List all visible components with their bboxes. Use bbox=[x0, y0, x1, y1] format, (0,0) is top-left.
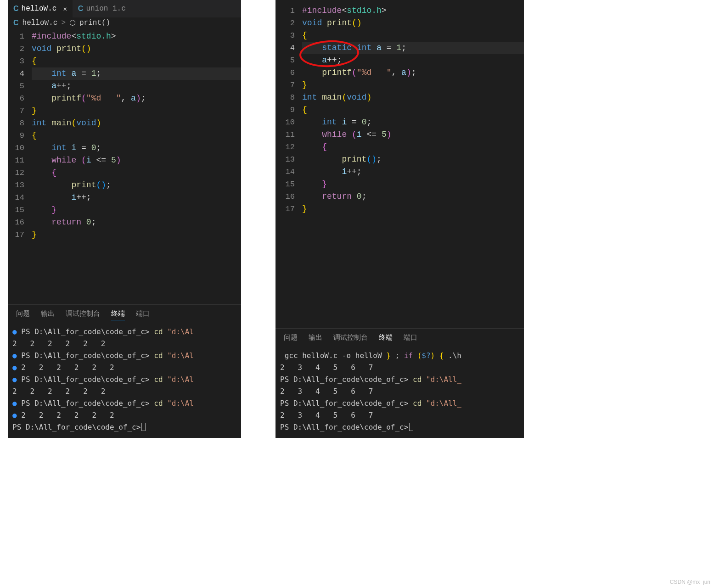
code-line[interactable]: a++; bbox=[32, 80, 241, 92]
code-line[interactable]: print(); bbox=[302, 153, 524, 166]
terminal[interactable]: ● PS D:\All_for_code\code_of_c> cd "d:\A… bbox=[8, 323, 241, 438]
code-line[interactable]: int main(void) bbox=[32, 117, 241, 129]
code-editor[interactable]: 1234567891011121314151617 #include<stdio… bbox=[8, 28, 241, 304]
line-number: 2 bbox=[275, 17, 295, 29]
code-line[interactable]: } bbox=[302, 79, 524, 91]
code-line[interactable]: { bbox=[32, 167, 241, 179]
code-line[interactable]: } bbox=[32, 204, 241, 216]
code-line[interactable]: #include<stdio.h> bbox=[32, 30, 241, 43]
line-number: 17 bbox=[8, 229, 24, 241]
tab-label: helloW.c bbox=[22, 5, 57, 13]
code-line[interactable]: } bbox=[302, 178, 524, 190]
line-number: 17 bbox=[275, 203, 295, 215]
panel-tab[interactable]: 输出 bbox=[41, 309, 55, 320]
c-file-icon: C bbox=[13, 5, 19, 13]
code-line[interactable]: a++; bbox=[302, 54, 524, 67]
terminal-line: 2 3 4 5 6 7 bbox=[280, 409, 519, 421]
terminal-line: ● 2 2 2 2 2 2 bbox=[12, 409, 236, 421]
line-number: 9 bbox=[275, 104, 295, 116]
code-area[interactable]: #include<stdio.h>void print(){ static in… bbox=[302, 5, 524, 328]
watermark: CSDN @mx_jun bbox=[670, 579, 710, 585]
line-number: 15 bbox=[275, 178, 295, 190]
code-line[interactable]: return 0; bbox=[32, 216, 241, 229]
terminal-line: PS D:\All_for_code\code_of_c> bbox=[280, 421, 519, 433]
line-number: 7 bbox=[8, 105, 24, 117]
panel-tab[interactable]: 端口 bbox=[136, 309, 150, 320]
line-number: 16 bbox=[8, 216, 24, 229]
line-number: 2 bbox=[8, 43, 24, 55]
terminal-line: PS D:\All_for_code\code_of_c> bbox=[12, 421, 236, 433]
code-line[interactable]: void print() bbox=[32, 43, 241, 55]
terminal-line: 2 3 4 5 6 7 bbox=[280, 386, 519, 398]
code-line[interactable]: return 0; bbox=[302, 190, 524, 203]
code-line[interactable]: int a = 1; bbox=[32, 67, 241, 80]
terminal-line: ● 2 2 2 2 2 2 bbox=[12, 362, 236, 374]
line-number: 4 bbox=[8, 67, 24, 80]
code-line[interactable]: while (i <= 5) bbox=[302, 129, 524, 141]
code-line[interactable]: { bbox=[302, 104, 524, 116]
panel-tab[interactable]: 输出 bbox=[309, 333, 322, 344]
line-number: 13 bbox=[275, 153, 295, 166]
panel-tab[interactable]: 问题 bbox=[284, 333, 298, 344]
code-line[interactable]: void print() bbox=[302, 17, 524, 29]
tab-bar: C helloW.c ✕ C union 1.c bbox=[8, 0, 241, 17]
code-line[interactable]: } bbox=[32, 105, 241, 117]
line-number: 3 bbox=[275, 29, 295, 42]
code-line[interactable]: static int a = 1; bbox=[302, 42, 524, 54]
code-line[interactable]: int i = 0; bbox=[302, 116, 524, 129]
code-line[interactable]: i++; bbox=[302, 166, 524, 178]
bottom-panel: 问题输出调试控制台终端端口 ● PS D:\All_for_code\code_… bbox=[8, 304, 241, 438]
terminal-line: PS D:\All_for_code\code_of_c> cd "d:\All… bbox=[280, 398, 519, 409]
c-file-icon: C bbox=[78, 5, 84, 13]
line-gutter: 1234567891011121314151617 bbox=[275, 5, 302, 328]
line-number: 1 bbox=[275, 5, 295, 17]
code-line[interactable]: } bbox=[302, 203, 524, 215]
tab-label: union 1.c bbox=[86, 5, 125, 13]
code-line[interactable]: { bbox=[302, 141, 524, 153]
code-line[interactable]: { bbox=[32, 55, 241, 67]
breadcrumb[interactable]: C helloW.c > ⬡ print() bbox=[8, 17, 241, 28]
panel-tab[interactable]: 调试控制台 bbox=[333, 333, 368, 344]
code-line[interactable]: } bbox=[32, 229, 241, 241]
code-line[interactable]: { bbox=[32, 129, 241, 142]
terminal-line: ● PS D:\All_for_code\code_of_c> cd "d:\A… bbox=[12, 374, 236, 386]
line-number: 11 bbox=[275, 129, 295, 141]
editor-pane-left: C helloW.c ✕ C union 1.c C helloW.c > ⬡ … bbox=[8, 0, 241, 438]
code-editor[interactable]: 1234567891011121314151617 #include<stdio… bbox=[275, 0, 524, 328]
panel-tab[interactable]: 问题 bbox=[16, 309, 30, 320]
terminal[interactable]: gcc helloW.c -o helloW } ; if ($?) { .\h… bbox=[275, 347, 524, 438]
code-line[interactable]: printf("%d ", a); bbox=[32, 92, 241, 105]
close-icon[interactable]: ✕ bbox=[63, 5, 67, 13]
panel-tab[interactable]: 终端 bbox=[111, 309, 125, 320]
terminal-line: ● PS D:\All_for_code\code_of_c> cd "d:\A… bbox=[12, 326, 236, 338]
cursor-icon bbox=[141, 423, 146, 431]
code-line[interactable]: print(); bbox=[32, 179, 241, 191]
code-line[interactable]: { bbox=[302, 29, 524, 42]
panel-tab[interactable]: 端口 bbox=[404, 333, 417, 344]
tab-inactive[interactable]: C union 1.c bbox=[73, 0, 131, 17]
terminal-line: 2 2 2 2 2 2 bbox=[12, 338, 236, 350]
terminal-line: gcc helloW.c -o helloW } ; if ($?) { .\h bbox=[280, 350, 519, 362]
code-line[interactable]: printf("%d ", a); bbox=[302, 67, 524, 79]
tab-active[interactable]: C helloW.c ✕ bbox=[8, 0, 73, 17]
panel-tabs: 问题输出调试控制台终端端口 bbox=[8, 305, 241, 323]
panel-tab[interactable]: 终端 bbox=[379, 333, 393, 344]
code-area[interactable]: #include<stdio.h>void print(){ int a = 1… bbox=[32, 30, 241, 304]
bottom-panel: 问题输出调试控制台终端端口 gcc helloW.c -o helloW } ;… bbox=[275, 328, 524, 438]
terminal-line: 2 3 4 5 6 7 bbox=[280, 362, 519, 374]
code-line[interactable]: i++; bbox=[32, 191, 241, 204]
line-number: 4 bbox=[275, 42, 295, 54]
line-number: 1 bbox=[8, 30, 24, 43]
code-line[interactable]: int i = 0; bbox=[32, 142, 241, 154]
code-line[interactable]: int main(void) bbox=[302, 91, 524, 104]
line-number: 10 bbox=[275, 116, 295, 129]
terminal-line: ● PS D:\All_for_code\code_of_c> cd "d:\A… bbox=[12, 398, 236, 409]
panel-tab[interactable]: 调试控制台 bbox=[66, 309, 100, 320]
line-number: 8 bbox=[275, 91, 295, 104]
code-line[interactable]: while (i <= 5) bbox=[32, 154, 241, 167]
line-number: 10 bbox=[8, 142, 24, 154]
line-number: 9 bbox=[8, 129, 24, 142]
terminal-line: PS D:\All_for_code\code_of_c> cd "d:\All… bbox=[280, 374, 519, 386]
editor-pane-right: 1234567891011121314151617 #include<stdio… bbox=[275, 0, 524, 438]
code-line[interactable]: #include<stdio.h> bbox=[302, 5, 524, 17]
